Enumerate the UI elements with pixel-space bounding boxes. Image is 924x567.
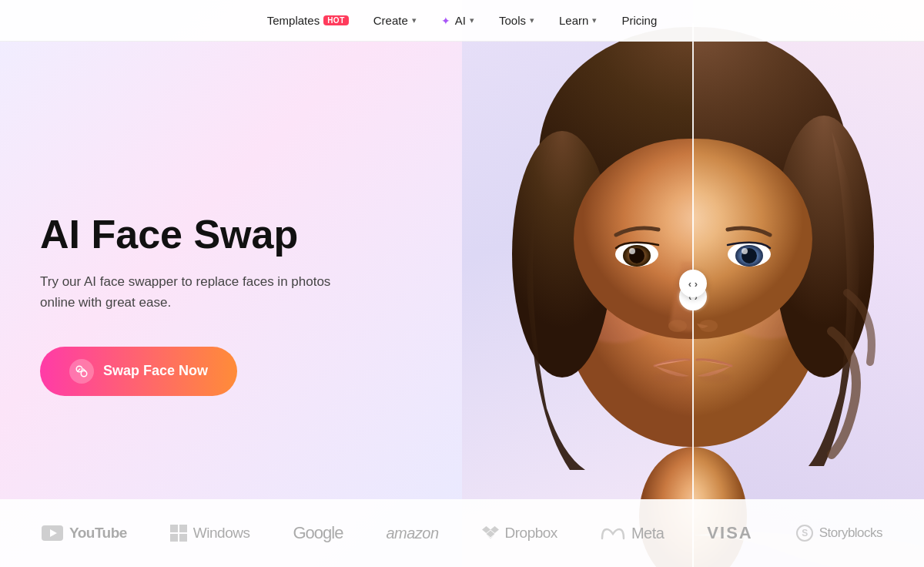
swap-face-button[interactable]: Swap Face Now bbox=[40, 347, 237, 396]
brand-youtube: YouTube bbox=[42, 525, 127, 542]
hero-subtitle: Try our AI face swapper to replace faces… bbox=[40, 272, 333, 313]
ai-chevron: ▾ bbox=[470, 15, 474, 25]
windows-label: Windows bbox=[193, 525, 250, 542]
svg-point-13 bbox=[629, 248, 635, 254]
ai-star-icon: ✦ bbox=[441, 15, 450, 27]
swap-icon bbox=[69, 359, 94, 384]
hero-title: AI Face Swap bbox=[40, 213, 462, 257]
templates-label: Templates bbox=[267, 14, 320, 27]
svg-point-27 bbox=[698, 373, 732, 382]
svg-point-26 bbox=[699, 320, 718, 332]
svg-text:S: S bbox=[802, 528, 808, 538]
nav-learn[interactable]: Learn ▾ bbox=[559, 14, 597, 27]
comparison-handle[interactable]: ‹ › bbox=[679, 270, 707, 297]
tools-chevron: ▾ bbox=[530, 15, 534, 25]
nav-pricing[interactable]: Pricing bbox=[621, 14, 657, 27]
svg-rect-34 bbox=[170, 525, 178, 532]
dropbox-label: Dropbox bbox=[505, 525, 557, 542]
create-chevron: ▾ bbox=[412, 15, 417, 25]
storyblocks-label: Storyblocks bbox=[819, 525, 882, 541]
visa-label: VISA bbox=[707, 523, 752, 543]
hero-section: AI Face Swap Try our AI face swapper to … bbox=[0, 0, 924, 567]
meta-label: Meta bbox=[631, 525, 664, 542]
brand-google: Google bbox=[293, 523, 343, 543]
nav-create[interactable]: Create ▾ bbox=[373, 14, 417, 27]
svg-point-25 bbox=[742, 248, 748, 254]
hero-left-panel: AI Face Swap Try our AI face swapper to … bbox=[0, 0, 462, 567]
brand-windows: Windows bbox=[170, 525, 250, 542]
learn-chevron: ▾ bbox=[592, 15, 597, 25]
svg-rect-37 bbox=[179, 534, 187, 542]
brands-strip: YouTube Windows Google amazon Dropbox bbox=[0, 499, 924, 567]
nav-tools[interactable]: Tools ▾ bbox=[499, 14, 534, 27]
pricing-label: Pricing bbox=[621, 14, 657, 27]
svg-rect-36 bbox=[170, 534, 178, 542]
amazon-label: amazon bbox=[386, 525, 438, 542]
google-label: Google bbox=[293, 523, 343, 543]
brand-dropbox: Dropbox bbox=[482, 525, 557, 542]
create-label: Create bbox=[373, 14, 408, 27]
brand-storyblocks: S Storyblocks bbox=[796, 525, 882, 542]
brand-meta: Meta bbox=[601, 525, 664, 542]
youtube-label: YouTube bbox=[69, 525, 127, 542]
navbar: Templates HOT Create ▾ ✦ AI ▾ Tools ▾ Le… bbox=[0, 0, 924, 42]
brand-visa: VISA bbox=[707, 523, 752, 543]
svg-rect-35 bbox=[179, 525, 187, 532]
hot-badge: HOT bbox=[323, 15, 349, 25]
tools-label: Tools bbox=[499, 14, 526, 27]
hero-right-panel: ‹ › ‹ › bbox=[462, 0, 924, 567]
brand-amazon: amazon bbox=[386, 525, 438, 542]
nav-templates[interactable]: Templates HOT bbox=[267, 14, 349, 27]
ai-label: AI bbox=[455, 14, 466, 27]
nav-ai[interactable]: ✦ AI ▾ bbox=[441, 14, 474, 27]
swap-face-label: Swap Face Now bbox=[103, 363, 208, 379]
svg-point-15 bbox=[654, 373, 688, 382]
learn-label: Learn bbox=[559, 14, 588, 27]
svg-point-14 bbox=[668, 320, 687, 332]
